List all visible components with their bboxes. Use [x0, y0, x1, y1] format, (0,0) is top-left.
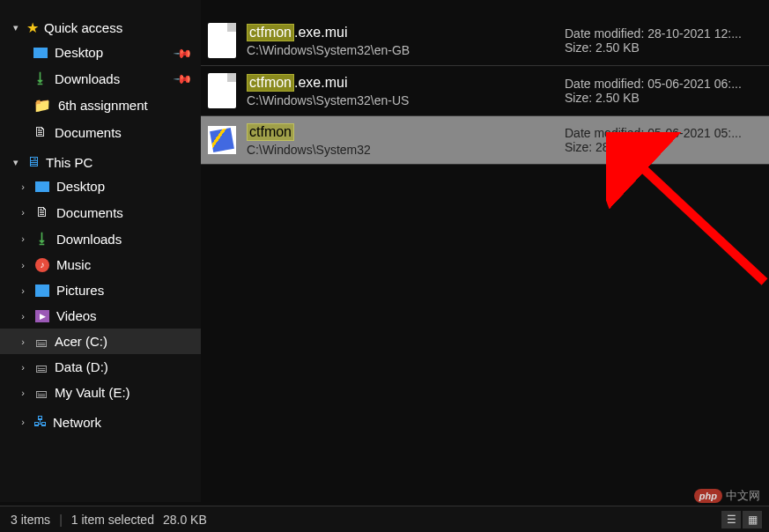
chevron-right-icon: › — [18, 388, 28, 398]
chevron-down-icon: ▾ — [11, 157, 21, 168]
status-bar: 3 items | 1 item selected 28.0 KB ☰ ▦ — [0, 506, 769, 532]
sidebar-item-label: Desktop — [55, 45, 103, 60]
this-pc-header[interactable]: ▾ 🖥 This PC — [0, 151, 201, 174]
pin-icon: 📌 — [173, 42, 193, 63]
chevron-right-icon: › — [18, 336, 28, 347]
star-icon: ★ — [26, 19, 39, 36]
sidebar-item-label: Pictures — [56, 283, 104, 298]
sidebar-item-desktop[interactable]: Desktop 📌 — [0, 40, 201, 65]
network-icon: 🖧 — [33, 414, 48, 430]
date-value: 28-10-2021 12:... — [647, 26, 742, 41]
sidebar-item-6th-assignment[interactable]: 📁 6th assignment — [0, 92, 201, 119]
results-pane: ctfmon.exe.mui C:\Windows\System32\en-GB… — [201, 0, 769, 502]
network-group: › 🖧 Network — [0, 410, 201, 433]
sidebar-item-drive-d[interactable]: › 🖴 Data (D:) — [0, 354, 201, 380]
result-filename: ctfmon.exe.mui — [247, 24, 554, 41]
filename-suffix: .exe.mui — [294, 25, 347, 41]
sidebar-item-videos[interactable]: › ▶ Videos — [0, 303, 201, 329]
sidebar-item-documents-pc[interactable]: › 🗎 Documents — [0, 199, 201, 225]
document-icon: 🗎 — [35, 204, 49, 220]
items-count: 3 items — [11, 513, 50, 527]
sidebar-item-music[interactable]: › ♪ Music — [0, 252, 201, 277]
watermark-text: 中文网 — [726, 488, 760, 504]
search-result-row[interactable]: ctfmon.exe.mui C:\Windows\System32\en-GB… — [201, 16, 769, 66]
file-icon — [208, 73, 236, 108]
sidebar-item-label: Desktop — [56, 179, 105, 194]
chevron-right-icon: › — [18, 181, 28, 192]
size-value: 2.50 KB — [595, 41, 640, 55]
result-info: ctfmon.exe.mui C:\Windows\System32\en-US — [247, 74, 554, 107]
this-pc-label: This PC — [46, 155, 92, 170]
size-label: Size: — [565, 41, 592, 55]
sidebar-item-downloads[interactable]: ⭳ Downloads 📌 — [0, 65, 201, 92]
size-label: Size: — [565, 140, 592, 154]
chevron-right-icon: › — [18, 285, 28, 296]
quick-access-group: ▾ ★ Quick access Desktop 📌 ⭳ Downloads 📌… — [0, 16, 201, 145]
sidebar-item-downloads-pc[interactable]: › ⭳ Downloads — [0, 225, 201, 252]
search-highlight: ctfmon — [247, 123, 294, 141]
search-result-row[interactable]: ctfmon.exe.mui C:\Windows\System32\en-US… — [201, 66, 769, 116]
details-view-button[interactable]: ☰ — [721, 511, 741, 528]
folder-icon: 📁 — [33, 97, 51, 114]
view-toggles: ☰ ▦ — [721, 511, 762, 528]
sidebar-item-label: Downloads — [55, 71, 120, 86]
chevron-right-icon: › — [18, 233, 28, 244]
date-value: 05-06-2021 05:... — [647, 126, 742, 140]
drive-icon: 🖴 — [35, 335, 48, 349]
sidebar-item-drive-c[interactable]: › 🖴 Acer (C:) — [0, 329, 201, 354]
chevron-right-icon: › — [18, 417, 28, 427]
quick-access-header[interactable]: ▾ ★ Quick access — [0, 16, 201, 40]
sidebar-item-pictures[interactable]: › Pictures — [0, 277, 201, 303]
search-highlight: ctfmon — [247, 74, 294, 92]
date-label: Date modified: — [565, 126, 644, 140]
date-label: Date modified: — [565, 77, 644, 91]
chevron-right-icon: › — [18, 362, 28, 373]
selected-count: 1 item selected — [71, 513, 154, 527]
sidebar-item-documents[interactable]: 🗎 Documents — [0, 119, 201, 145]
sidebar-item-label: Downloads — [56, 232, 122, 247]
network-header[interactable]: › 🖧 Network — [0, 410, 201, 433]
watermark: php 中文网 — [694, 488, 760, 504]
application-icon — [208, 126, 236, 154]
chevron-right-icon: › — [18, 260, 28, 270]
document-icon: 🗎 — [33, 124, 48, 140]
php-badge: php — [694, 489, 722, 503]
size-value: 28.0 KB — [595, 140, 640, 154]
pictures-icon — [35, 284, 49, 297]
search-result-row[interactable]: ctfmon C:\Windows\System32 Date modified… — [201, 116, 769, 165]
chevron-down-icon: ▾ — [11, 22, 21, 33]
sidebar-item-label: Music — [56, 257, 91, 272]
search-highlight: ctfmon — [247, 24, 294, 41]
navigation-sidebar: ▾ ★ Quick access Desktop 📌 ⭳ Downloads 📌… — [0, 0, 201, 502]
icons-view-button[interactable]: ▦ — [743, 511, 762, 528]
sidebar-item-label: Documents — [56, 205, 123, 220]
date-value: 05-06-2021 06:... — [647, 77, 742, 91]
result-path: C:\Windows\System32 — [247, 143, 554, 157]
drive-icon: 🖴 — [35, 386, 48, 400]
svg-line-1 — [632, 159, 765, 282]
filename-suffix: .exe.mui — [294, 75, 347, 91]
download-icon: ⭳ — [33, 70, 48, 86]
sidebar-item-desktop-pc[interactable]: › Desktop — [0, 174, 201, 199]
sidebar-item-label: Videos — [56, 308, 97, 323]
desktop-icon — [33, 48, 48, 58]
network-label: Network — [53, 415, 101, 430]
download-icon: ⭳ — [35, 231, 49, 247]
result-filename: ctfmon — [247, 123, 554, 141]
chevron-right-icon: › — [18, 207, 28, 218]
quick-access-label: Quick access — [44, 20, 122, 35]
size-label: Size: — [565, 91, 592, 105]
sidebar-item-label: Acer (C:) — [55, 334, 107, 349]
result-info: ctfmon.exe.mui C:\Windows\System32\en-GB — [247, 24, 554, 57]
desktop-icon — [35, 181, 49, 192]
sidebar-item-label: 6th assignment — [58, 98, 148, 113]
separator: | — [59, 513, 63, 527]
sidebar-item-label: My Vault (E:) — [55, 385, 130, 400]
result-info: ctfmon C:\Windows\System32 — [247, 123, 554, 157]
result-path: C:\Windows\System32\en-US — [247, 93, 554, 107]
monitor-icon: 🖥 — [26, 154, 41, 170]
drive-icon: 🖴 — [35, 360, 48, 374]
result-meta: Date modified: 05-06-2021 06:... Size: 2… — [565, 77, 758, 105]
sidebar-item-drive-e[interactable]: › 🖴 My Vault (E:) — [0, 380, 201, 405]
result-meta: Date modified: 05-06-2021 05:... Size: 2… — [565, 126, 758, 154]
